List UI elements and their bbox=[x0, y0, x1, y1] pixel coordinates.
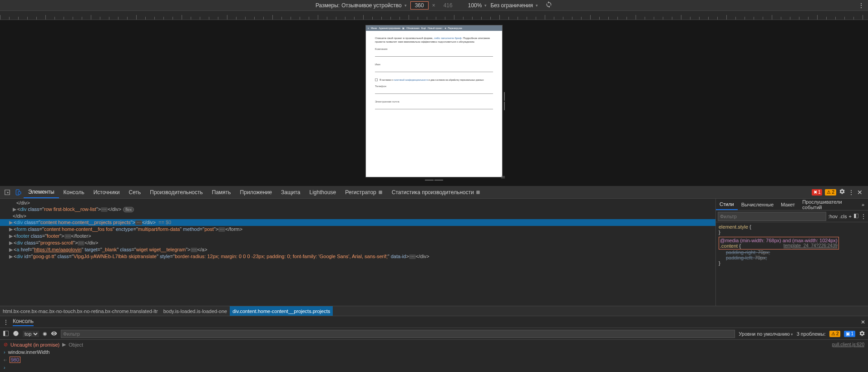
tab-lighthouse[interactable]: Lighthouse bbox=[305, 186, 341, 198]
console-input-line[interactable]: › window.innerWidth bbox=[0, 348, 868, 356]
breadcrumb-bar[interactable]: html.bx-core.bx-mac.bx-no-touch.bx-no-re… bbox=[0, 306, 868, 316]
styles-menu-icon[interactable]: ⋮ bbox=[861, 213, 866, 220]
tab-sources[interactable]: Источники bbox=[89, 186, 124, 198]
styles-filter-input[interactable] bbox=[718, 212, 826, 221]
styles-tab-styles[interactable]: Стили bbox=[716, 199, 738, 210]
device-frame[interactable]: ≡Меню Администрирование ▣ Обновления Ещё… bbox=[366, 25, 502, 177]
styles-tab-computed[interactable]: Вычисленные bbox=[738, 199, 777, 210]
console-sidebar-icon[interactable] bbox=[3, 330, 9, 338]
throttling-dropdown[interactable]: Без ограничения bbox=[490, 2, 538, 9]
console-settings-icon[interactable] bbox=[859, 330, 865, 338]
tab-performance[interactable]: Производительность bbox=[145, 186, 207, 198]
viewport-area: ≡Меню Администрирование ▣ Обновления Ещё… bbox=[0, 20, 868, 186]
dimension-separator: × bbox=[432, 2, 435, 9]
issues-label[interactable]: 3 проблемы: bbox=[797, 331, 826, 337]
warning-badge[interactable]: ⚠ 2 bbox=[825, 189, 836, 196]
error-badge[interactable]: ✖ 1 bbox=[812, 189, 823, 196]
console-clear-icon[interactable] bbox=[13, 330, 19, 338]
issue-info-badge[interactable]: ▣ 1 bbox=[844, 331, 855, 337]
crumb-body[interactable]: body.is-loaded.is-loaded-one bbox=[161, 306, 230, 316]
device-mode-icon[interactable] bbox=[13, 189, 24, 196]
device-toolbar-menu-icon[interactable]: ⋮ bbox=[858, 2, 864, 9]
new-rule-icon[interactable]: + bbox=[849, 214, 852, 219]
device-name: Отзывчивое устройство bbox=[341, 2, 402, 9]
elements-tree[interactable]: </div> ▶<div class="row first-block__row… bbox=[0, 199, 715, 306]
console-error-line[interactable]: ⊘ Uncaught (in promise) ▶ Object pull.cl… bbox=[0, 341, 868, 348]
console-eye-icon[interactable] bbox=[51, 330, 57, 338]
phone-field[interactable]: Телефон bbox=[375, 85, 493, 94]
resize-handle-bottom[interactable] bbox=[425, 180, 443, 181]
devtools-tab-bar: Элементы Консоль Источники Сеть Производ… bbox=[0, 186, 868, 199]
close-devtools-icon[interactable]: ✕ bbox=[857, 189, 863, 196]
settings-icon[interactable] bbox=[839, 188, 845, 196]
console-drawer: ⋮ Консоль ✕ top ◉ Уровни по умолчанию 3 … bbox=[0, 316, 868, 372]
rotate-icon[interactable] bbox=[545, 1, 552, 10]
tab-console[interactable]: Консоль bbox=[59, 186, 89, 198]
styles-tab-listeners[interactable]: Прослушиватели событий bbox=[799, 199, 858, 210]
styles-more-icon[interactable]: » bbox=[858, 199, 868, 210]
console-result-line: ‹· 980 bbox=[0, 356, 868, 364]
svg-rect-1 bbox=[18, 191, 21, 194]
email-label: Электронная почта bbox=[375, 100, 493, 103]
svg-rect-5 bbox=[4, 331, 5, 336]
console-filter-input[interactable] bbox=[61, 330, 735, 338]
consent-checkbox[interactable] bbox=[375, 78, 378, 81]
name-field[interactable]: Имя bbox=[375, 63, 493, 72]
hov-toggle[interactable]: :hov bbox=[828, 214, 838, 219]
resize-handle-corner[interactable] bbox=[501, 176, 506, 181]
form-description: Опишите свой проект в произвольной форме… bbox=[375, 36, 493, 44]
error-source-link[interactable]: pull.client.js:620 bbox=[832, 342, 864, 347]
drawer-menu-icon[interactable]: ⋮ bbox=[3, 318, 9, 326]
device-toolbar: Размеры: Отзывчивое устройство × 416 100… bbox=[0, 0, 868, 11]
devtools-panel: Элементы Консоль Источники Сеть Производ… bbox=[0, 186, 868, 372]
dimensions-label: Размеры: bbox=[316, 2, 340, 9]
tab-security[interactable]: Защита bbox=[276, 186, 305, 198]
email-field[interactable]: Электронная почта bbox=[375, 100, 493, 109]
consent-row[interactable]: Я согласен с политикой конфиденциальност… bbox=[375, 78, 493, 81]
inspect-icon[interactable] bbox=[2, 189, 13, 196]
drawer-tab-console[interactable]: Консоль bbox=[13, 318, 34, 326]
styles-tab-layout[interactable]: Макет bbox=[777, 199, 799, 210]
tab-recorder[interactable]: Регистратор bbox=[340, 186, 387, 198]
styles-pane-icon[interactable] bbox=[853, 213, 859, 220]
company-label: Компания bbox=[375, 48, 493, 50]
cls-toggle[interactable]: .cls bbox=[839, 214, 847, 219]
styles-panel: Стили Вычисленные Макет Прослушиватели с… bbox=[715, 199, 868, 306]
drawer-close-icon[interactable]: ✕ bbox=[861, 319, 865, 325]
console-prompt[interactable]: › bbox=[0, 364, 868, 371]
resize-handle-right[interactable] bbox=[504, 92, 507, 110]
log-levels-dropdown[interactable]: Уровни по умолчанию bbox=[739, 331, 793, 337]
crumb-html[interactable]: html.bx-core.bx-mac.bx-no-touch.bx-no-re… bbox=[0, 306, 161, 316]
context-selector[interactable]: top bbox=[23, 331, 39, 337]
phone-label: Телефон bbox=[375, 85, 493, 88]
console-output[interactable]: ⊘ Uncaught (in promise) ▶ Object pull.cl… bbox=[0, 340, 868, 372]
tab-application[interactable]: Приложение bbox=[236, 186, 276, 198]
zoom-dropdown[interactable]: 100% bbox=[468, 2, 487, 9]
name-label: Имя bbox=[375, 63, 493, 66]
rule-source-link[interactable]: template_24_74?226:2439 bbox=[784, 243, 838, 248]
devtools-menu-icon[interactable]: ⋮ bbox=[848, 189, 854, 196]
width-input[interactable] bbox=[410, 1, 429, 10]
tab-elements[interactable]: Элементы bbox=[24, 186, 59, 198]
tab-memory[interactable]: Память bbox=[207, 186, 236, 198]
error-icon: ⊘ bbox=[4, 342, 8, 348]
ruler bbox=[0, 11, 868, 20]
brief-link[interactable]: либо заполните бриф. bbox=[434, 37, 462, 39]
issue-warn-badge[interactable]: ⚠ 2 bbox=[829, 331, 841, 337]
crumb-div[interactable]: div.content.home-content__projects.proje… bbox=[230, 306, 333, 316]
privacy-link[interactable]: политикой конфиденциальности bbox=[394, 78, 428, 81]
tab-network[interactable]: Сеть bbox=[124, 186, 146, 198]
svg-rect-3 bbox=[854, 214, 856, 218]
height-input[interactable]: 416 bbox=[439, 2, 457, 9]
tab-perfstats[interactable]: Статистика производительности bbox=[387, 186, 485, 198]
dimensions-dropdown[interactable]: Размеры: Отзывчивое устройство bbox=[316, 2, 407, 9]
page-header: ≡Меню Администрирование ▣ Обновления Ещё… bbox=[366, 25, 502, 31]
company-field[interactable]: Компания bbox=[375, 48, 493, 57]
